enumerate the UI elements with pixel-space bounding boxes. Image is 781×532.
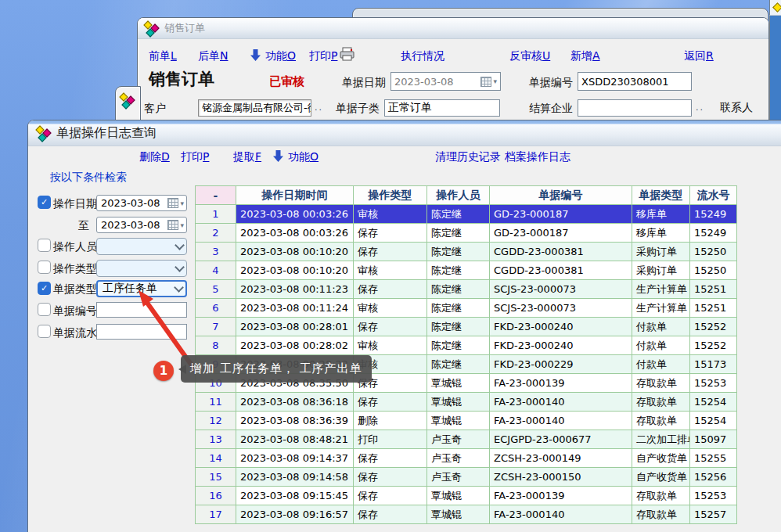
table-cell[interactable]: GD-23-000187 [490, 205, 632, 224]
table-cell[interactable]: 陈定继 [427, 336, 490, 355]
table-cell[interactable]: 2023-03-08 00:11:24 [236, 299, 354, 318]
column-header-6[interactable]: 流水号 [690, 186, 737, 205]
table-cell[interactable]: 覃城锟 [427, 412, 490, 430]
prev-doc-button[interactable]: 前单L [149, 49, 177, 63]
delete-button[interactable]: 删除D [139, 150, 170, 164]
table-cell[interactable]: 生产计算单 [632, 280, 690, 299]
column-header-3[interactable]: 操作人员 [427, 186, 490, 205]
op-type-select[interactable] [96, 260, 187, 277]
row-number-cell[interactable]: 11 [196, 393, 236, 412]
table-row[interactable]: 142023-03-08 09:14:37保存卢玉奇ZCSH-23-000149… [196, 449, 737, 468]
table-row[interactable]: 132023-03-08 08:48:21打印卢玉奇ECJGPD-23-0006… [196, 430, 737, 449]
print-button[interactable]: 打印P [309, 49, 337, 63]
table-cell[interactable]: 自产收货单 [632, 449, 690, 468]
table-row[interactable]: 22023-03-08 00:03:26保存陈定继GD-23-000187移库单… [196, 224, 737, 243]
table-cell[interactable]: 审核 [354, 205, 427, 224]
subtype-input[interactable]: 正常订单 [384, 99, 500, 117]
row-number-cell[interactable]: 15 [196, 468, 236, 487]
table-cell[interactable]: 15256 [690, 468, 737, 487]
op-date-to-input[interactable]: 2023-03-08 ▾ [96, 217, 187, 233]
table-cell[interactable]: 陈定继 [427, 261, 490, 280]
table-cell[interactable]: 覃城锟 [427, 374, 490, 393]
function-menu-button[interactable]: 功能O [265, 49, 296, 63]
table-cell[interactable]: 保存 [354, 318, 427, 336]
table-cell[interactable]: 陈定继 [427, 205, 490, 224]
table-cell[interactable]: 陈定继 [427, 355, 490, 374]
table-cell[interactable]: 存取款单 [632, 412, 690, 430]
doc-no-checkbox[interactable] [38, 303, 51, 316]
table-cell[interactable]: 审核 [354, 336, 427, 355]
clear-history-button[interactable]: 清理历史记录 [435, 150, 501, 164]
table-cell[interactable]: 保存 [354, 243, 427, 261]
table-cell[interactable]: 审核 [354, 261, 427, 280]
table-cell[interactable]: 2023-03-08 00:11:23 [236, 280, 354, 299]
table-cell[interactable]: 移库单 [632, 224, 690, 243]
table-row[interactable]: 72023-03-08 00:28:01保存陈定继FKD-23-000240付款… [196, 318, 737, 336]
table-cell[interactable]: 2023-03-08 08:36:39 [236, 412, 354, 430]
row-number-cell[interactable]: 13 [196, 430, 236, 449]
column-header-2[interactable]: 操作类型 [354, 186, 427, 205]
table-cell[interactable]: 保存 [354, 505, 427, 524]
table-cell[interactable]: 15250 [690, 243, 737, 261]
table-cell[interactable]: 15253 [690, 487, 737, 505]
table-row[interactable]: 122023-03-08 08:36:39删除覃城锟FA-23-000140存取… [196, 412, 737, 430]
customer-browse-dots[interactable]: .. [315, 102, 323, 113]
table-cell[interactable]: 保存 [354, 487, 427, 505]
table-cell[interactable]: CGDD-23-000381 [490, 261, 632, 280]
row-number-cell[interactable]: 5 [196, 280, 236, 299]
row-number-cell[interactable]: 3 [196, 243, 236, 261]
table-cell[interactable]: 付款单 [632, 318, 690, 336]
table-row[interactable]: 162023-03-08 09:15:45保存覃城锟FA-23-000139存取… [196, 487, 737, 505]
doc-no-input[interactable]: XSDD230308001 [578, 72, 692, 91]
table-cell[interactable]: 存取款单 [632, 374, 690, 393]
table-cell[interactable]: SCJS-23-000073 [490, 299, 632, 318]
table-cell[interactable]: 自产收货单 [632, 468, 690, 487]
table-cell[interactable]: 保存 [354, 224, 427, 243]
table-cell[interactable]: 卢玉奇 [427, 430, 490, 449]
table-cell[interactable]: 15173 [690, 355, 737, 374]
table-cell[interactable]: SCJS-23-000073 [490, 280, 632, 299]
table-cell[interactable]: 移库单 [632, 205, 690, 224]
table-cell[interactable]: 2023-03-08 00:10:20 [236, 243, 354, 261]
table-cell[interactable]: 2023-03-08 08:36:18 [236, 393, 354, 412]
add-new-button[interactable]: 新增A [570, 49, 600, 63]
settle-input[interactable] [578, 99, 692, 117]
table-cell[interactable]: 保存 [354, 280, 427, 299]
table-cell[interactable]: 陈定继 [427, 224, 490, 243]
table-cell[interactable]: 覃城锟 [427, 505, 490, 524]
table-cell[interactable]: FA-23-000140 [490, 505, 632, 524]
table-cell[interactable]: 保存 [354, 449, 427, 468]
row-number-cell[interactable]: 2 [196, 224, 236, 243]
table-row[interactable]: 52023-03-08 00:11:23保存陈定继SCJS-23-000073生… [196, 280, 737, 299]
table-cell[interactable]: 2023-03-08 00:03:26 [236, 205, 354, 224]
table-row[interactable]: 42023-03-08 00:10:20审核陈定继CGDD-23-000381采… [196, 261, 737, 280]
table-cell[interactable]: 15254 [690, 393, 737, 412]
row-number-cell[interactable]: 1 [196, 205, 236, 224]
table-cell[interactable]: 2023-03-08 09:16:57 [236, 505, 354, 524]
doc-no-filter-input[interactable] [96, 302, 187, 318]
settle-browse-dots[interactable]: .. [696, 102, 704, 113]
table-cell[interactable]: 2023-03-08 08:48:21 [236, 430, 354, 449]
table-cell[interactable]: 2023-03-08 00:03:26 [236, 224, 354, 243]
table-cell[interactable]: 陈定继 [427, 280, 490, 299]
table-cell[interactable]: GD-23-000187 [490, 224, 632, 243]
customer-input[interactable]: 铭源金属制品有限公司-徐小 [198, 99, 311, 117]
column-header-5[interactable]: 单据类型 [632, 186, 690, 205]
column-header-0[interactable]: - [196, 186, 236, 205]
table-cell[interactable]: 付款单 [632, 336, 690, 355]
table-cell[interactable]: 存取款单 [632, 393, 690, 412]
sales-window-titlebar[interactable]: 销售订单 [138, 18, 768, 39]
table-cell[interactable]: FA-23-000140 [490, 412, 632, 430]
table-cell[interactable]: 陈定继 [427, 299, 490, 318]
table-cell[interactable]: 采购订单 [632, 243, 690, 261]
row-number-cell[interactable]: 8 [196, 336, 236, 355]
table-cell[interactable]: FA-23-000140 [490, 393, 632, 412]
row-number-cell[interactable]: 12 [196, 412, 236, 430]
table-cell[interactable]: FKD-23-000229 [490, 355, 632, 374]
table-cell[interactable]: 15251 [690, 299, 737, 318]
exec-status-button[interactable]: 执行情况 [401, 49, 444, 63]
table-cell[interactable]: 15252 [690, 336, 737, 355]
table-cell[interactable]: FA-23-000139 [490, 374, 632, 393]
table-cell[interactable]: 2023-03-08 09:14:37 [236, 449, 354, 468]
next-doc-button[interactable]: 后单N [198, 49, 228, 63]
